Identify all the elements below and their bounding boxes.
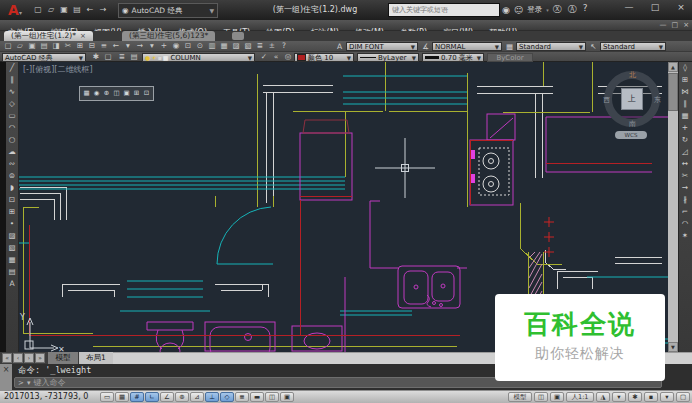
- chamfer-icon[interactable]: ⌐: [679, 206, 691, 218]
- layer-on-bulb-icon[interactable]: ●: [145, 54, 150, 62]
- ortho-toggle[interactable]: ∟: [145, 392, 159, 402]
- save-icon[interactable]: ▣: [58, 2, 70, 18]
- paste-icon[interactable]: ⊟: [86, 41, 98, 51]
- workspace-settings-icon[interactable]: ✱: [90, 52, 102, 62]
- snap-toggle[interactable]: ▦: [115, 392, 129, 402]
- cut-icon[interactable]: ✂: [62, 41, 74, 51]
- workspace-switching-button[interactable]: ✱: [628, 392, 642, 402]
- redo-icon[interactable]: →: [134, 41, 146, 51]
- make-object-layer-current-icon[interactable]: ✓: [258, 52, 270, 62]
- layer-properties-manager-icon[interactable]: ≣: [116, 52, 128, 62]
- rectangle-icon[interactable]: ▭: [6, 110, 18, 122]
- lineweight-dropdown[interactable]: 0.70 毫米▼: [422, 53, 484, 62]
- last-layout-button[interactable]: »: [35, 353, 45, 363]
- a360-icon[interactable]: Ⓐ: [568, 3, 577, 16]
- linetype-dropdown[interactable]: ByLayer▼: [357, 53, 419, 62]
- offset-icon[interactable]: ∥: [679, 98, 691, 110]
- close-icon[interactable]: ×: [3, 365, 10, 374]
- redo-icon[interactable]: →: [97, 2, 109, 18]
- gradient-icon[interactable]: ▧: [6, 242, 18, 254]
- polyline-icon[interactable]: ∿: [6, 86, 18, 98]
- fillet-icon[interactable]: ◠: [679, 218, 691, 230]
- multiline-text-icon[interactable]: A: [6, 278, 18, 290]
- 3d-osnap-toggle[interactable]: ⊿: [190, 392, 204, 402]
- construction-line-icon[interactable]: ∥: [6, 74, 18, 86]
- scrollbar-thumb[interactable]: [668, 73, 678, 111]
- viewcube[interactable]: 上 北 南 西 东: [604, 71, 660, 127]
- color-dropdown[interactable]: 颜色 10▼: [294, 53, 354, 62]
- search-input[interactable]: [389, 4, 505, 16]
- designcenter-icon[interactable]: ▦: [218, 41, 230, 51]
- my-workspace-icon[interactable]: ▢: [102, 52, 114, 62]
- help-icon[interactable]: ?: [583, 3, 588, 16]
- polygon-icon[interactable]: ◇: [6, 98, 18, 110]
- close-button[interactable]: ×: [674, 2, 688, 12]
- file-tab[interactable]: (第三组)住宅(5,6)123*: [122, 31, 215, 41]
- status-menu-button[interactable]: ▾: [660, 392, 674, 402]
- compass-east-label[interactable]: 东: [654, 95, 661, 105]
- viewcube-top-face[interactable]: 上: [621, 88, 643, 110]
- erase-icon[interactable]: ◊: [679, 62, 691, 74]
- viewcube-wcs-menu[interactable]: WCS: [615, 131, 647, 139]
- hatch-icon[interactable]: ▨: [6, 230, 18, 242]
- otrack-toggle[interactable]: ⊥: [205, 392, 219, 402]
- arc-icon[interactable]: ◠: [6, 122, 18, 134]
- snap-midpoint-icon[interactable]: ◉: [92, 88, 101, 99]
- mirror-icon[interactable]: ⋈: [679, 86, 691, 98]
- open-icon[interactable]: ▱: [14, 41, 26, 51]
- help-icon[interactable]: ?: [278, 41, 290, 51]
- coordinates-readout[interactable]: 2017013, -731793, 0: [4, 391, 88, 403]
- doc-close-button[interactable]: ×: [683, 21, 689, 30]
- compass-west-label[interactable]: 西: [603, 95, 610, 105]
- ellipse-arc-icon[interactable]: ◗: [6, 182, 18, 194]
- zoom-window-icon[interactable]: ⊡: [182, 41, 194, 51]
- layer-previous-icon[interactable]: «: [270, 52, 282, 62]
- snap-quadrant-icon[interactable]: ▣: [122, 88, 131, 99]
- quick-properties-toggle[interactable]: ▣: [280, 392, 294, 402]
- exchange-apps-icon[interactable]: Ⓧ: [553, 3, 562, 16]
- scale-icon[interactable]: ◿: [679, 146, 691, 158]
- ellipse-icon[interactable]: ⊜: [6, 170, 18, 182]
- application-menu-button[interactable]: A▾: [2, 1, 28, 19]
- markup-icon[interactable]: ≣: [254, 41, 266, 51]
- redo-caret-icon[interactable]: ▾: [146, 41, 158, 51]
- copy-clip-icon[interactable]: ⊞: [74, 41, 86, 51]
- annotation-scale-button[interactable]: 人1:1: [566, 392, 594, 402]
- doc-restore-button[interactable]: □: [672, 21, 679, 30]
- compass-south-label[interactable]: 南: [629, 119, 636, 129]
- circle-icon[interactable]: ○: [6, 134, 18, 146]
- layer-color-chip-icon[interactable]: ■: [163, 54, 169, 62]
- open-icon[interactable]: ▱: [45, 2, 57, 18]
- snap-node-icon[interactable]: ◫: [112, 88, 121, 99]
- workspaces-dropdown[interactable]: AutoCAD 经典▼: [2, 53, 86, 62]
- search-icon[interactable]: ◉: [502, 5, 510, 15]
- point-icon[interactable]: •: [6, 218, 18, 230]
- spline-icon[interactable]: ∾: [6, 158, 18, 170]
- properties-icon[interactable]: ▥: [206, 41, 218, 51]
- undo-caret-icon[interactable]: ▾: [122, 41, 134, 51]
- workspace-dropdown[interactable]: ◉ AutoCAD 经典 ▼: [118, 3, 218, 18]
- snap-settings-icon[interactable]: ⊡: [142, 88, 151, 99]
- quick-view-drawings-button[interactable]: ▣: [550, 392, 564, 402]
- insert-block-icon[interactable]: ⊡: [6, 194, 18, 206]
- extend-icon[interactable]: →: [679, 182, 691, 194]
- polar-toggle[interactable]: ∠: [160, 392, 174, 402]
- quickcalc-icon[interactable]: ±: [266, 41, 278, 51]
- help-search-box[interactable]: [388, 3, 500, 17]
- dyn-toggle[interactable]: ≣: [235, 392, 249, 402]
- lineweight-toggle[interactable]: ▬: [250, 392, 264, 402]
- table-icon[interactable]: ▤: [6, 266, 18, 278]
- revcloud-icon[interactable]: ☁: [6, 146, 18, 158]
- zoom-previous-icon[interactable]: ⊙: [194, 41, 206, 51]
- zoom-realtime-icon[interactable]: ◉: [170, 41, 182, 51]
- clean-screen-button[interactable]: ▢: [676, 392, 690, 402]
- sheet-set-manager-icon[interactable]: ▧: [242, 41, 254, 51]
- snap-intersection-icon[interactable]: ⊞: [132, 88, 141, 99]
- layout1-tab[interactable]: 布局1: [79, 352, 113, 364]
- layer-states-icon[interactable]: ▤: [128, 52, 140, 62]
- next-layout-button[interactable]: ›: [24, 353, 34, 363]
- copy-icon[interactable]: ⊞: [679, 74, 691, 86]
- dim-style-dropdown[interactable]: NORMAL▼: [432, 42, 502, 51]
- quick-view-layouts-button[interactable]: ◫: [534, 392, 548, 402]
- match-properties-icon[interactable]: ≡: [98, 41, 110, 51]
